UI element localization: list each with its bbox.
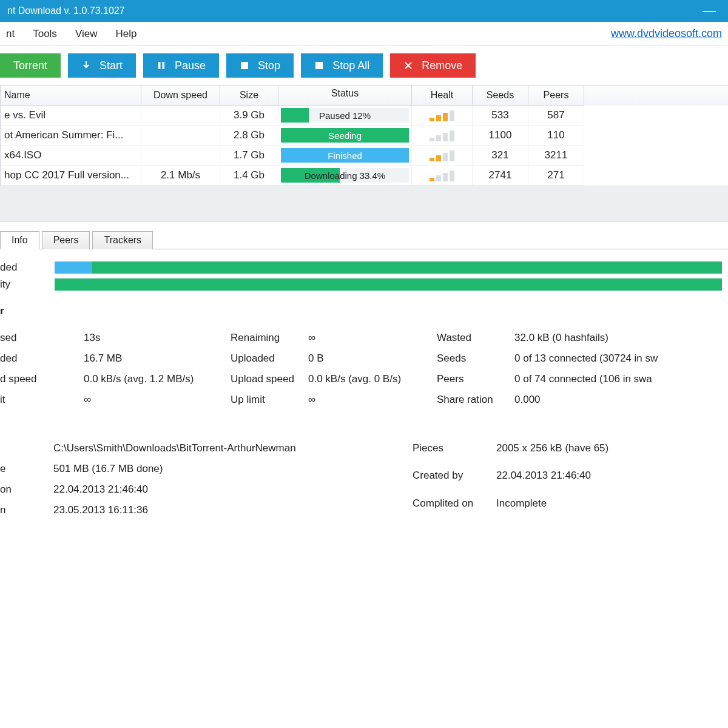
download-speed-value: 0.0 kB/s (avg. 1.2 MB/s) <box>84 373 206 385</box>
save-path-value: C:\Users\Smith\Downloads\BitTorrent-Arth… <box>53 442 388 454</box>
seeds-value: 0 of 13 connected (30724 in sw <box>514 352 722 365</box>
pause-label: Pause <box>175 59 206 72</box>
cell-seeds: 1100 <box>473 126 528 146</box>
cell-peers: 3211 <box>528 146 584 166</box>
total-size-value: 501 MB (16.7 MB done) <box>53 463 388 475</box>
cell-size: 1.7 Gb <box>220 146 278 166</box>
cell-health <box>412 166 473 186</box>
pause-icon <box>157 61 166 70</box>
cell-status: Finished <box>278 146 412 166</box>
cell-name: x64.ISO <box>1 146 141 166</box>
wasted-value: 32.0 kB (0 hashfails) <box>514 332 722 344</box>
table-row[interactable]: x64.ISO1.7 GbFinished3213211 <box>1 146 728 166</box>
header-name[interactable]: Name <box>1 86 141 106</box>
cell-peers: 110 <box>528 126 584 146</box>
titlebar: nt Download v. 1.0.73.1027 — <box>0 0 728 22</box>
downloaded-bar <box>55 261 722 274</box>
cell-name: e vs. Evil <box>1 106 141 126</box>
completed-on-label: Complited on <box>413 497 491 516</box>
cell-health <box>412 106 473 126</box>
tab-peers[interactable]: Peers <box>42 231 90 249</box>
share-ratio-value: 0.000 <box>514 394 722 406</box>
stop-icon <box>240 61 249 70</box>
stop-all-label: Stop All <box>332 59 369 72</box>
cell-health <box>412 146 473 166</box>
cell-health <box>412 126 473 146</box>
elapsed-label: sed <box>0 332 79 344</box>
created-on-value: 22.04.2013 21:46:40 <box>53 484 388 496</box>
pieces-value: 2005 x 256 kB (have 65) <box>496 442 722 461</box>
availability-bar <box>55 278 722 291</box>
cell-size: 3.9 Gb <box>220 106 278 126</box>
start-label: Start <box>99 59 123 72</box>
cell-downspeed <box>141 106 220 126</box>
stop-button[interactable]: Stop <box>226 53 294 78</box>
site-link[interactable]: www.dvdvideosoft.com <box>611 27 722 40</box>
cell-downspeed <box>141 146 220 166</box>
header-peers[interactable]: Peers <box>528 86 584 106</box>
svg-rect-2 <box>241 62 248 69</box>
info-panel: ded ity r sed 13s ded 16.7 MB d speed 0.… <box>0 249 728 516</box>
table-row[interactable]: hop CC 2017 Full version...2.1 Mb/s1.4 G… <box>1 166 728 186</box>
header-seeds[interactable]: Seeds <box>473 86 528 106</box>
torrent-info-stats: C:\Users\Smith\Downloads\BitTorrent-Arth… <box>0 442 722 516</box>
menu-item-torrent[interactable]: nt <box>6 28 15 40</box>
cell-seeds: 2741 <box>473 166 528 186</box>
remaining-value: ∞ <box>308 332 413 344</box>
transfer-heading: r <box>0 305 722 317</box>
transfer-stats: sed 13s ded 16.7 MB d speed 0.0 kB/s (av… <box>0 332 722 406</box>
stop-all-button[interactable]: Stop All <box>301 53 383 78</box>
pieces-label: Pieces <box>413 442 491 461</box>
created-on-label: on <box>0 484 49 496</box>
tab-info[interactable]: Info <box>0 231 39 249</box>
header-status[interactable]: Status <box>278 86 412 106</box>
separator-strip <box>0 186 728 222</box>
header-size[interactable]: Size <box>220 86 278 106</box>
menu-item-view[interactable]: View <box>75 28 98 40</box>
added-on-label: n <box>0 504 49 516</box>
created-by-value: 22.04.2013 21:46:40 <box>496 470 722 488</box>
start-button[interactable]: Start <box>68 53 136 78</box>
cell-seeds: 533 <box>473 106 528 126</box>
wasted-label: Wasted <box>437 332 510 344</box>
window-title: nt Download v. 1.0.73.1027 <box>7 0 125 22</box>
created-by-label: Created by <box>413 470 491 488</box>
completed-on-value: Incomplete <box>496 497 722 516</box>
add-torrent-button[interactable]: Torrent <box>0 53 61 78</box>
table-row[interactable]: ot American Summer: Fi...2.8 GbSeeding11… <box>1 126 728 146</box>
cell-name: hop CC 2017 Full version... <box>1 166 141 186</box>
cell-size: 1.4 Gb <box>220 166 278 186</box>
menu-item-tools[interactable]: Tools <box>33 28 57 40</box>
stop-label: Stop <box>258 59 280 72</box>
tab-trackers[interactable]: Trackers <box>92 231 153 249</box>
upload-speed-label: Upload speed <box>231 373 303 385</box>
download-speed-label: d speed <box>0 373 79 385</box>
cell-downspeed: 2.1 Mb/s <box>141 166 220 186</box>
downloaded-label: ded <box>0 352 79 365</box>
remove-button[interactable]: Remove <box>390 53 476 78</box>
menu-item-help[interactable]: Help <box>115 28 136 40</box>
svg-rect-1 <box>163 62 165 69</box>
share-ratio-label: Share ration <box>437 394 510 406</box>
toolbar: Torrent Start Pause Stop Stop All Remove <box>0 46 728 85</box>
table-row[interactable]: e vs. Evil3.9 GbPaused 12%533587 <box>1 106 728 126</box>
downloaded-value: 16.7 MB <box>84 352 206 365</box>
down-limit-label: it <box>0 394 79 406</box>
seeds-label: Seeds <box>437 352 510 365</box>
added-on-value: 23.05.2013 16:11:36 <box>53 504 388 516</box>
remaining-label: Renaiming <box>231 332 303 344</box>
save-path-label <box>0 442 49 454</box>
cell-status: Seeding <box>278 126 412 146</box>
cell-size: 2.8 Gb <box>220 126 278 146</box>
cell-seeds: 321 <box>473 146 528 166</box>
header-health[interactable]: Healt <box>412 86 473 106</box>
pause-button[interactable]: Pause <box>143 53 219 78</box>
minimize-icon[interactable]: — <box>703 0 721 22</box>
cell-status: Paused 12% <box>278 106 412 126</box>
svg-rect-3 <box>315 62 323 69</box>
header-downspeed[interactable]: Down speed <box>141 86 220 106</box>
peers-label: Peers <box>437 373 510 385</box>
uploaded-label: Uploaded <box>231 352 303 365</box>
stop-icon <box>314 61 324 70</box>
elapsed-value: 13s <box>84 332 206 344</box>
